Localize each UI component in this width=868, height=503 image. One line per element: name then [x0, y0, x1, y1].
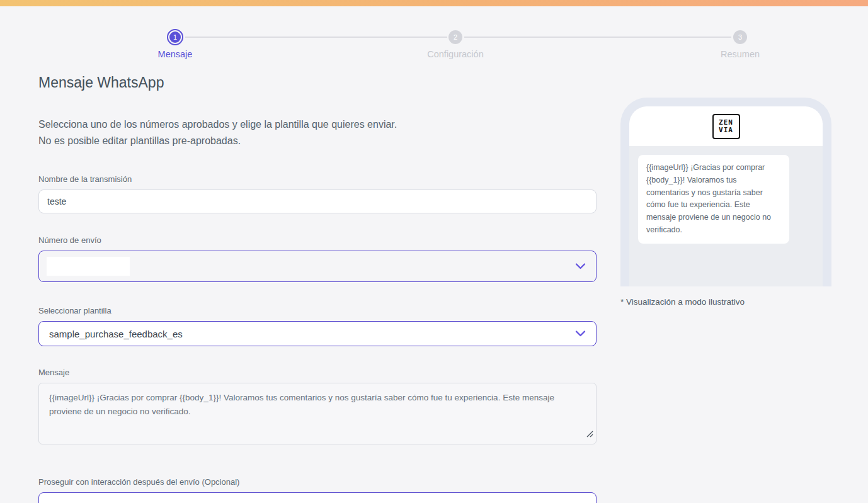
page-description-line2: No es posible editar plantillas pre-apro…: [38, 133, 597, 149]
step-3-number: 3: [733, 30, 747, 44]
step-2-number: 2: [448, 30, 462, 44]
template-select[interactable]: sample_purchase_feedback_es: [38, 321, 597, 346]
template-label: Seleccionar plantilla: [38, 306, 597, 315]
step-2-label: Configuración: [405, 49, 506, 59]
preview-chat-header: ZEN VIA: [629, 106, 823, 146]
zenvia-logo-top: ZEN: [719, 119, 733, 127]
field-template: Seleccionar plantilla sample_purchase_fe…: [38, 306, 597, 346]
message-text: {{imageUrl}} ¡Gracias por comprar {{body…: [49, 393, 554, 416]
interaction-select[interactable]: Seleccionar interacción: [38, 492, 597, 503]
sender-number-label: Número de envío: [38, 235, 597, 245]
field-message: Mensaje {{imageUrl}} ¡Gracias por compra…: [38, 368, 597, 444]
step-mensaje[interactable]: 1 Mensaje: [125, 29, 226, 59]
form-column: Mensaje WhatsApp Selecciona uno de los n…: [38, 74, 597, 503]
field-interaction: Proseguir con interacción después del en…: [38, 477, 597, 503]
sender-number-value: [47, 257, 130, 276]
interaction-label: Proseguir con interacción después del en…: [38, 477, 597, 487]
zenvia-logo-bottom: VIA: [719, 127, 733, 134]
step-3-circle: 3: [732, 29, 748, 45]
resize-handle-icon[interactable]: [586, 428, 593, 442]
page-description: Selecciona uno de los números aprobados …: [38, 116, 597, 149]
chevron-down-icon: [575, 331, 586, 337]
page-title: Mensaje WhatsApp: [38, 74, 597, 91]
wizard-stepper: 1 Mensaje 2 Configuración 3 Resumen: [0, 0, 868, 63]
step-3-label: Resumen: [690, 49, 791, 59]
step-configuracion[interactable]: 2 Configuración: [405, 29, 506, 59]
step-resumen[interactable]: 3 Resumen: [690, 29, 791, 59]
zenvia-logo-icon: ZEN VIA: [712, 114, 740, 139]
field-broadcast-name: Nombre de la transmisión: [38, 174, 597, 213]
chevron-down-icon: [575, 263, 586, 270]
page-description-line1: Selecciona uno de los números aprobados …: [38, 116, 597, 133]
broadcast-name-input[interactable]: [38, 189, 597, 213]
message-label: Mensaje: [38, 368, 597, 377]
step-2-circle: 2: [447, 29, 464, 45]
step-1-label: Mensaje: [125, 49, 226, 59]
step-1-number: 1: [169, 31, 181, 43]
message-textarea[interactable]: {{imageUrl}} ¡Gracias por comprar {{body…: [38, 383, 597, 444]
whatsapp-preview-phone: ZEN VIA {{imageUrl}} ¡Gracias por compra…: [620, 98, 831, 286]
preview-message-bubble: {{imageUrl}} ¡Gracias por comprar {{body…: [638, 155, 789, 244]
template-select-value: sample_purchase_feedback_es: [39, 329, 183, 339]
preview-caption: * Visualización a modo ilustrativo: [620, 297, 745, 307]
sender-number-select[interactable]: [38, 251, 597, 282]
step-1-circle: 1: [167, 29, 183, 45]
field-sender-number: Número de envío: [38, 235, 597, 282]
broadcast-name-label: Nombre de la transmisión: [38, 174, 597, 184]
